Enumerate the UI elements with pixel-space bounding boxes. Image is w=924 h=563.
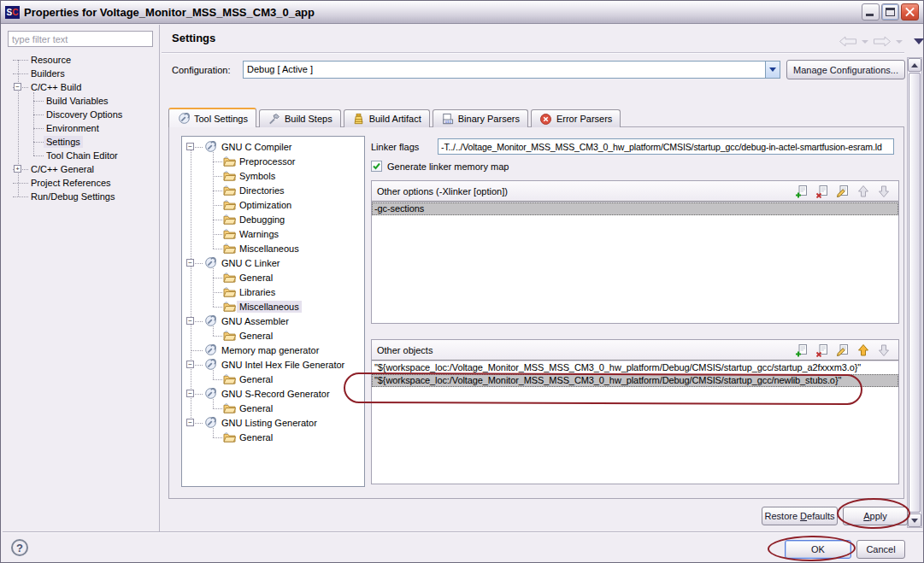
move-object-up-button[interactable] xyxy=(856,343,870,357)
titlebar[interactable]: SC Properties for Voltage_Monitor_MSS_MS… xyxy=(1,1,923,24)
nav-tree-item-settings[interactable]: Settings xyxy=(4,135,158,149)
tool-tree-item-gnu-c-linker[interactable]: −GNU C Linker xyxy=(182,255,364,270)
folder-icon xyxy=(222,213,236,226)
collapse-icon[interactable]: − xyxy=(186,259,194,267)
nav-tree-item-builders[interactable]: Builders xyxy=(4,67,158,80)
scroll-thumb[interactable] xyxy=(909,73,921,513)
tool-tree-item-general[interactable]: General xyxy=(182,328,364,343)
delete-option-button[interactable] xyxy=(815,185,829,198)
tree-item-label: Tool Chain Editor xyxy=(44,150,121,161)
tool-tree-item-directories[interactable]: Directories xyxy=(182,183,364,197)
tool-tree-item-general[interactable]: General xyxy=(182,430,364,444)
edit-object-button[interactable] xyxy=(836,343,850,357)
tool-tree-item-miscellaneous[interactable]: Miscellaneous xyxy=(182,241,364,255)
tool-tree-item-gnu-s-record-generator[interactable]: −GNU S-Record Generator xyxy=(182,386,364,401)
window-title: Properties for Voltage_Monitor_MSS_MSS_C… xyxy=(24,6,315,19)
add-object-button[interactable] xyxy=(795,343,809,357)
forward-button[interactable] xyxy=(873,36,892,47)
maximize-button[interactable] xyxy=(881,3,899,21)
list-item[interactable]: "${workspace_loc:/Voltage_Monitor_MSS_MS… xyxy=(372,361,898,374)
tab-build-steps[interactable]: Build Steps xyxy=(259,109,341,127)
tab-binary-parsers[interactable]: 010Binary Parsers xyxy=(433,109,528,127)
back-button[interactable] xyxy=(839,36,857,47)
restore-defaults-button[interactable]: Restore Defaults xyxy=(762,507,838,525)
configuration-combo[interactable]: Debug [ Active ] xyxy=(243,61,780,79)
tab-tool-settings[interactable]: Tool Settings xyxy=(168,108,256,127)
generate-map-checkbox[interactable] xyxy=(371,161,382,172)
linker-flags-input[interactable] xyxy=(438,138,894,155)
tool-tree-item-libraries[interactable]: Libraries xyxy=(182,284,364,299)
collapse-icon[interactable]: − xyxy=(186,143,194,150)
tool-tree-item-preprocessor[interactable]: Preprocessor xyxy=(182,154,364,168)
nav-tree-item-c-c-build[interactable]: −C/C++ Build xyxy=(4,80,158,94)
minimize-button[interactable] xyxy=(862,3,880,21)
tree-item-label: General xyxy=(237,373,275,385)
tree-connector xyxy=(213,278,222,279)
tree-connector xyxy=(213,205,222,206)
generate-map-label: Generate linker memory map xyxy=(387,161,509,172)
close-button[interactable] xyxy=(901,3,919,21)
collapse-icon[interactable]: − xyxy=(186,361,194,368)
tree-connector xyxy=(13,73,28,74)
ok-button[interactable]: OK xyxy=(785,540,851,559)
tree-item-label: Warnings xyxy=(237,228,281,240)
folder-icon xyxy=(222,198,236,212)
cancel-button[interactable]: Cancel xyxy=(856,540,905,559)
scroll-down-button[interactable] xyxy=(908,513,921,527)
tool-tree-item-gnu-listing-generator[interactable]: −GNU Listing Generator xyxy=(182,415,364,430)
wrench-icon xyxy=(203,314,217,328)
nav-tree-item-resource[interactable]: Resource xyxy=(4,53,158,67)
other-options-list[interactable]: -gc-sections xyxy=(372,201,898,323)
nav-tree-item-project-references[interactable]: Project References xyxy=(4,176,158,190)
tree-connector xyxy=(13,196,28,197)
tool-tree-item-general[interactable]: General xyxy=(182,372,364,386)
other-objects-group: Other objects "${workspace_loc:/Voltage_… xyxy=(371,339,899,484)
tree-item-label: Project References xyxy=(28,177,114,189)
list-item[interactable]: "${workspace_loc:/Voltage_Monitor_MSS_MS… xyxy=(372,374,898,387)
expand-icon[interactable]: + xyxy=(14,165,21,173)
tool-tree-item-miscellaneous[interactable]: Miscellaneous xyxy=(182,299,364,314)
delete-object-button[interactable] xyxy=(815,343,829,357)
tool-tree-item-warnings[interactable]: Warnings xyxy=(182,226,364,241)
nav-tree-item-run-debug-settings[interactable]: Run/Debug Settings xyxy=(4,190,158,203)
settings-scrollbar[interactable] xyxy=(907,57,922,528)
view-menu-icon[interactable] xyxy=(914,38,924,44)
tool-tree-item-symbols[interactable]: Symbols xyxy=(182,168,364,183)
tab-build-artifact[interactable]: Build Artifact xyxy=(344,109,430,127)
collapse-icon[interactable]: − xyxy=(14,83,21,91)
help-button[interactable]: ? xyxy=(11,539,28,556)
other-objects-list[interactable]: "${workspace_loc:/Voltage_Monitor_MSS_MS… xyxy=(372,360,898,484)
filter-input[interactable] xyxy=(8,31,153,47)
tool-tree-item-debugging[interactable]: Debugging xyxy=(182,212,364,226)
forward-dropdown-icon[interactable] xyxy=(896,40,903,44)
collapse-icon[interactable]: − xyxy=(186,317,194,325)
nav-tree-item-build-variables[interactable]: Build Variables xyxy=(4,94,158,108)
add-option-button[interactable] xyxy=(795,185,809,198)
tool-tree-item-gnu-assembler[interactable]: −GNU Assembler xyxy=(182,314,364,328)
folder-icon xyxy=(222,431,236,444)
collapse-icon[interactable]: − xyxy=(186,390,194,397)
tree-connector xyxy=(213,292,222,293)
tool-tree-item-general[interactable]: General xyxy=(182,270,364,284)
nav-tree-item-environment[interactable]: Environment xyxy=(4,121,158,135)
back-dropdown-icon[interactable] xyxy=(862,40,868,44)
scroll-up-button[interactable] xyxy=(908,58,921,72)
combo-dropdown-button[interactable] xyxy=(765,62,780,78)
tool-tree-item-general[interactable]: General xyxy=(182,401,364,415)
apply-button[interactable]: Apply xyxy=(843,507,908,525)
tool-tree-item-memory-map-generator[interactable]: Memory map generator xyxy=(182,343,364,357)
list-item[interactable]: -gc-sections xyxy=(372,202,898,215)
tool-tree-item-optimization[interactable]: Optimization xyxy=(182,197,364,212)
wrench-icon xyxy=(177,112,191,126)
nav-tree-item-tool-chain-editor[interactable]: Tool Chain Editor xyxy=(4,149,158,162)
manage-configurations-button[interactable]: Manage Configurations... xyxy=(786,60,905,79)
footer-separator xyxy=(3,531,923,532)
tab-error-parsers[interactable]: Error Parsers xyxy=(531,109,621,127)
collapse-icon[interactable]: − xyxy=(186,419,194,426)
tree-item-label: Builders xyxy=(28,67,68,79)
edit-option-button[interactable] xyxy=(836,185,850,198)
nav-tree-item-discovery-options[interactable]: Discovery Options xyxy=(4,108,158,121)
nav-tree-item-c-c-general[interactable]: +C/C++ General xyxy=(4,162,158,176)
tool-tree-item-gnu-intel-hex-file-generator[interactable]: −GNU Intel Hex File Generator xyxy=(182,357,364,372)
tool-tree-item-gnu-c-compiler[interactable]: −GNU C Compiler xyxy=(182,139,364,154)
